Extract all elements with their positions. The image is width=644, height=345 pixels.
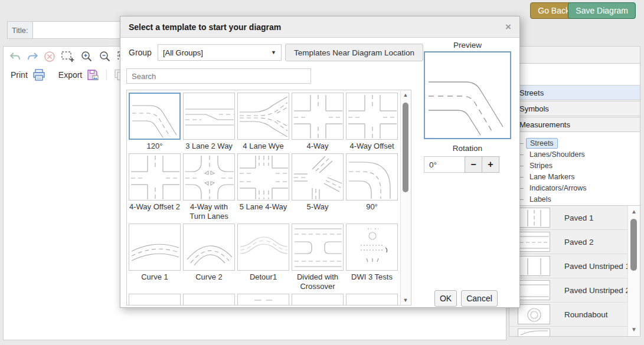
rotation-label: Rotation — [424, 144, 511, 153]
group-select-value: [All Groups] — [163, 48, 203, 57]
template-thumbnail[interactable] — [237, 224, 289, 271]
sidebar-blank-strip — [509, 64, 640, 85]
tree-item-lane-markers[interactable]: Lane Markers — [518, 171, 640, 182]
export-label[interactable]: Export — [58, 70, 82, 80]
dialog-title: Select a template to start your diagram — [120, 22, 281, 32]
redo-icon[interactable] — [27, 51, 38, 62]
template-label: 120° — [129, 142, 181, 151]
template-search-input[interactable] — [126, 68, 311, 84]
shape-item-item[interactable] — [509, 327, 640, 336]
template-thumbnail[interactable] — [346, 224, 398, 271]
shape-item-paved-unstriped-2[interactable]: Paved Unstriped 2 — [509, 278, 640, 303]
tree-item-labels[interactable]: Labels — [518, 193, 640, 205]
accordion-section-measurements[interactable]: Measurements — [509, 117, 640, 132]
rotation-input[interactable] — [424, 156, 465, 173]
scroll-down-icon[interactable]: ▼ — [628, 326, 640, 333]
undo-icon[interactable] — [9, 51, 21, 62]
template-item-4-lane-wye[interactable]: 4 Lane Wye — [237, 93, 289, 151]
tree-item-streets[interactable]: Streets — [518, 137, 640, 149]
template-thumbnail[interactable] — [237, 294, 289, 305]
template-item-divided-with-crossover[interactable]: Divided with Crossover — [292, 224, 344, 291]
tree-item-lanes-shoulders[interactable]: Lanes/Shoulders — [518, 149, 640, 160]
template-item-90[interactable]: 90° — [346, 153, 398, 221]
shape-item-paved-2[interactable]: Paved 2 — [509, 230, 640, 254]
template-thumbnail[interactable] — [237, 93, 289, 140]
template-thumbnail[interactable] — [183, 93, 235, 140]
print-label[interactable]: Print — [11, 70, 28, 80]
template-item-5-lane-4-way[interactable]: 5 Lane 4-Way — [237, 153, 289, 221]
zoom-out-icon[interactable] — [99, 51, 112, 63]
shape-item-paved-unstriped-1[interactable]: Paved Unstriped 1 — [509, 254, 640, 278]
template-item-4-way-with-turn-lanes[interactable]: 4-Way with Turn Lanes — [183, 153, 235, 221]
print-icon[interactable] — [32, 69, 45, 81]
accordion-section-streets[interactable]: Streets — [509, 85, 640, 100]
template-item-120[interactable]: 120° — [129, 93, 181, 151]
template-item-item[interactable] — [237, 294, 289, 305]
template-thumbnail[interactable] — [292, 153, 344, 201]
template-item-curve-2[interactable]: Curve 2 — [183, 224, 235, 291]
template-thumbnail[interactable] — [346, 294, 398, 305]
template-item-4-way[interactable]: 4-Way — [292, 93, 344, 151]
template-thumbnail[interactable] — [129, 224, 181, 271]
template-item-item[interactable] — [129, 294, 181, 305]
accordion-label: Streets — [519, 88, 544, 97]
save-diagram-button[interactable]: Save Diagram — [568, 2, 636, 19]
template-thumbnail[interactable] — [129, 153, 181, 201]
category-accordion: StreetsSymbolsMeasurements — [509, 85, 640, 132]
template-item-item[interactable] — [292, 294, 344, 305]
shape-item-roundabout[interactable]: Roundabout — [509, 303, 640, 327]
shape-item-paved-1[interactable]: Paved 1 — [509, 206, 640, 230]
template-item-curve-1[interactable]: Curve 1 — [129, 224, 181, 291]
title-bar: Title: — [7, 21, 120, 39]
template-thumbnail[interactable] — [183, 294, 235, 305]
templates-near-location-button[interactable]: Templates Near Diagram Location — [285, 44, 423, 61]
shape-thumbnail — [518, 232, 550, 252]
template-thumbnail[interactable] — [183, 224, 235, 271]
tree-item-stripes[interactable]: Stripes — [518, 160, 640, 171]
template-thumbnail[interactable] — [237, 153, 289, 201]
rotation-increase-button[interactable]: + — [482, 156, 499, 173]
scrollbar-thumb[interactable] — [630, 219, 637, 271]
zoom-in-icon[interactable] — [80, 51, 93, 63]
close-icon[interactable]: × — [505, 21, 511, 33]
template-item-item[interactable] — [183, 294, 235, 305]
template-label: 5 Lane 4-Way — [237, 202, 289, 212]
template-item-4-way-offset[interactable]: 4-Way Offset — [346, 93, 398, 151]
scroll-up-icon[interactable]: ▲ — [401, 92, 410, 98]
shape-label: Roundabout — [564, 310, 608, 319]
ok-button[interactable]: OK — [434, 290, 457, 307]
shape-label: Paved Unstriped 1 — [564, 262, 630, 271]
scrollbar-thumb[interactable] — [403, 103, 408, 192]
template-item-detour1[interactable]: Detour1 — [237, 224, 289, 291]
chevron-down-icon: ▼ — [271, 50, 276, 55]
title-input[interactable] — [32, 21, 120, 39]
delete-icon[interactable] — [44, 51, 55, 63]
template-item-item[interactable] — [346, 294, 398, 305]
template-item-4-way-offset-2[interactable]: 4-Way Offset 2 — [129, 153, 181, 221]
tree-item-indicators-arrows[interactable]: Indicators/Arrows — [518, 182, 640, 193]
template-item-dwi-3-tests[interactable]: DWI 3 Tests — [346, 224, 398, 291]
group-select[interactable]: [All Groups] ▼ — [158, 44, 282, 61]
scroll-down-icon[interactable]: ▼ — [401, 297, 410, 303]
template-thumbnail[interactable] — [129, 93, 181, 140]
template-thumbnail[interactable] — [346, 93, 398, 140]
template-thumbnail[interactable] — [292, 93, 344, 140]
template-thumbnail[interactable] — [129, 294, 181, 305]
template-item-3-lane-2-way[interactable]: 3 Lane 2 Way — [183, 93, 235, 151]
cancel-button[interactable]: Cancel — [461, 290, 498, 307]
template-thumbnail[interactable] — [183, 153, 235, 201]
template-thumbnail[interactable] — [292, 294, 344, 305]
template-thumbnail[interactable] — [346, 153, 398, 201]
rotation-decrease-button[interactable]: − — [465, 156, 482, 173]
template-thumbnail[interactable] — [292, 224, 344, 271]
template-dialog: Select a template to start your diagram … — [120, 16, 520, 308]
scroll-up-icon[interactable]: ▲ — [628, 208, 640, 215]
shape-thumbnail — [518, 256, 550, 276]
accordion-section-symbols[interactable]: Symbols — [509, 101, 640, 116]
tree-item-label: Labels — [526, 195, 555, 204]
grid-scrollbar[interactable]: ▲ ▼ — [400, 91, 410, 304]
template-item-5-way[interactable]: 5-Way — [292, 153, 344, 221]
export-icon[interactable] — [87, 69, 99, 81]
sidebar-scrollbar[interactable]: ▲ ▼ — [627, 206, 640, 336]
marquee-select-icon[interactable] — [61, 51, 75, 63]
